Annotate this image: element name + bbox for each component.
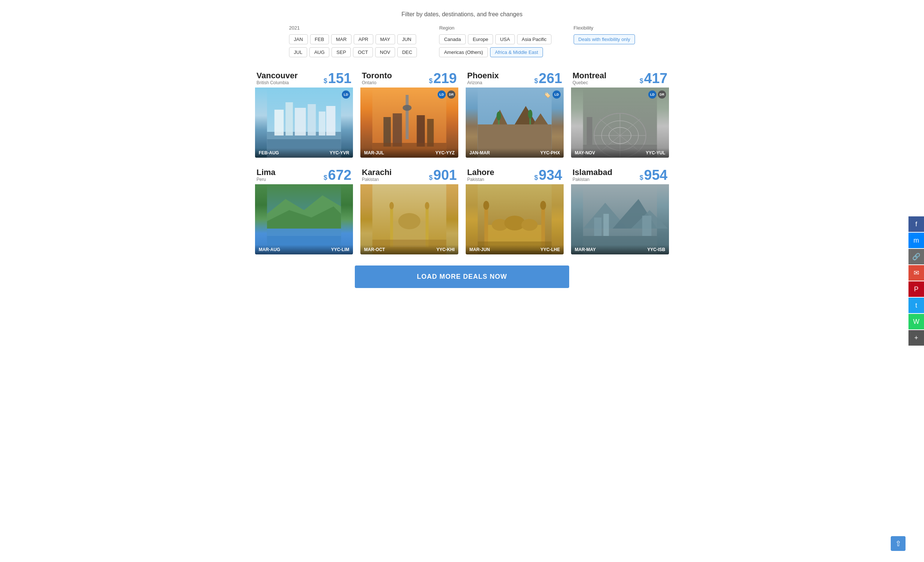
months-row2: JULAUGSEPOCTNOVDEC [289,47,417,57]
social-twitter-button[interactable]: t [909,297,924,313]
svg-rect-14 [417,115,425,146]
deal-icons: LD [342,90,350,99]
filter-header: Filter by dates, destinations, and free … [255,7,669,18]
deal-image [255,184,353,254]
deal-region: British Columbia [256,80,297,85]
region-btn-canada[interactable]: Canada [439,34,466,44]
deal-code: YYC-YYZ [435,150,454,155]
deal-image-footer: MAR-JUL YYC-YYZ [360,148,458,158]
month-btn-jul[interactable]: JUL [289,47,307,57]
svg-rect-36 [587,117,592,145]
deal-price-dollar: $ [534,77,538,85]
deal-icon-dr: DR [447,90,455,99]
month-btn-aug[interactable]: AUG [309,47,329,57]
deal-price-dollar: $ [534,174,538,182]
month-btn-sep[interactable]: SEP [332,47,351,57]
deal-card-vancouver[interactable]: Vancouver British Columbia $ 151 [255,68,353,158]
svg-rect-12 [384,117,391,146]
deal-code: YYC-ISB [647,247,665,252]
month-btn-feb[interactable]: FEB [310,34,329,44]
deal-code: YYC-LIM [331,247,349,252]
deal-image-footer: MAR-AUG YYC-LIM [255,245,353,254]
deal-city: Montreal [573,71,606,80]
deal-destination: Islamabad Pakistan [573,168,612,182]
deal-price-dollar: $ [429,77,433,85]
region-btn-asia-pacific[interactable]: Asia Pacific [517,34,552,44]
deal-card-header: Lahore Pakistan $ 934 [466,165,564,184]
svg-point-25 [528,110,532,118]
svg-rect-5 [308,104,316,136]
deal-icon-ld: LD [342,90,350,99]
svg-point-46 [390,202,394,209]
svg-point-23 [497,112,501,120]
deal-image [360,184,458,254]
deal-image-footer: JAN-MAR YYC-PHX [466,148,564,158]
social-more-button[interactable]: + [909,330,924,345]
deal-icon-dr: DR [658,90,666,99]
deal-card-lima[interactable]: Lima Peru $ 672 [255,165,353,254]
region-btn-usa[interactable]: USA [495,34,515,44]
deal-image-container: MAR-AUG YYC-LIM [255,184,353,254]
social-facebook-button[interactable]: f [909,217,924,232]
deal-price-amount: 901 [434,168,457,182]
deal-price: $ 417 [640,71,668,85]
deal-price-amount: 219 [434,71,457,85]
month-btn-apr[interactable]: APR [354,34,373,44]
region-btn-americas-(others)[interactable]: Americas (Others) [439,47,488,57]
flexibility-label: Flexibility [574,25,635,31]
deal-city: Lima [256,168,275,177]
svg-rect-4 [295,108,306,136]
region-btn-europe[interactable]: Europe [468,34,493,44]
region-btn-africa-&-middle-east[interactable]: Africa & Middle East [490,47,543,57]
scroll-top-button[interactable]: ⇧ [891,536,906,551]
month-btn-nov[interactable]: NOV [375,47,395,57]
deal-card-header: Islamabad Pakistan $ 954 [571,165,669,184]
deal-destination: Lahore Pakistan [467,168,494,182]
deal-destination: Vancouver British Columbia [256,71,297,85]
svg-point-48 [425,202,429,209]
month-btn-dec[interactable]: DEC [398,47,417,57]
deal-card-montreal[interactable]: Montreal Quebec $ 417 [571,68,669,158]
month-btn-jan[interactable]: JAN [289,34,308,44]
deal-image-container: LDDR MAR-JUL YYC-YYZ [360,88,458,158]
deal-image-footer: MAR-OCT YYC-KHI [360,245,458,254]
social-pinterest-button[interactable]: P [909,281,924,297]
social-messenger-button[interactable]: m [909,233,924,248]
month-btn-oct[interactable]: OCT [353,47,372,57]
deal-price-amount: 261 [539,71,562,85]
deal-code: YYC-YVR [330,150,349,155]
svg-rect-65 [603,214,609,236]
social-whatsapp-button[interactable]: W [909,314,924,329]
deal-image [466,184,564,254]
social-link-button[interactable]: 🔗 [909,249,924,265]
year-label: 2021 [289,25,417,31]
flexibility-btn[interactable]: Deals with flexibility only [574,34,635,44]
social-email-button[interactable]: ✉ [909,265,924,281]
deal-card-lahore[interactable]: Lahore Pakistan $ 934 [466,165,564,254]
deal-city: Vancouver [256,71,297,80]
region-row2: Americas (Others)Africa & Middle East [439,47,551,57]
deal-card-toronto[interactable]: Toronto Ontario $ 219 [360,68,458,158]
deal-region: Arizona [467,80,499,85]
deal-price: $ 954 [640,168,668,182]
deal-card-islamabad[interactable]: Islamabad Pakistan $ 954 [571,165,669,254]
deal-months: MAR-JUN [470,247,490,252]
deal-price: $ 672 [324,168,351,182]
load-more-button[interactable]: LOAD MORE DEALS NOW [355,266,569,288]
deal-image-container: MAR-OCT YYC-KHI [360,184,458,254]
deal-card-karachi[interactable]: Karachi Pakistan $ 901 [360,165,458,254]
month-btn-may[interactable]: MAY [375,34,395,44]
deal-image-footer: MAR-JUN YYC-LHE [466,245,564,254]
deal-months: MAR-MAY [575,247,596,252]
svg-point-44 [398,213,421,229]
deal-card-header: Phoenix Arizona $ 261 [466,68,564,88]
deal-price-dollar: $ [324,174,327,182]
month-btn-jun[interactable]: JUN [398,34,416,44]
deal-price: $ 261 [534,71,562,85]
deal-card-phoenix[interactable]: Phoenix Arizona $ 261 [466,68,564,158]
deal-destination: Montreal Quebec [573,71,606,85]
deals-grid: Vancouver British Columbia $ 151 [255,68,669,254]
deal-image-footer: FEB-AUG YYC-YVR [255,148,353,158]
deal-card-header: Vancouver British Columbia $ 151 [255,68,353,88]
month-btn-mar[interactable]: MAR [331,34,351,44]
